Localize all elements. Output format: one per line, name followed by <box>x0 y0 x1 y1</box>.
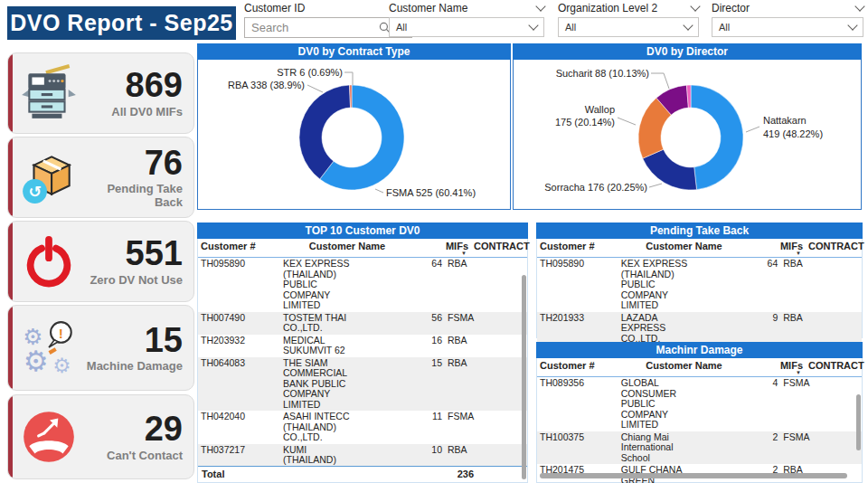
customer-id: TH095890 <box>198 258 280 312</box>
donut-slice-nattakarn[interactable] <box>691 85 743 190</box>
dropdown-value: All <box>565 22 576 33</box>
column-header-customer-[interactable]: Customer # <box>198 239 259 258</box>
kpi-label: Machine Damage <box>82 359 183 373</box>
copier-icon <box>15 63 82 123</box>
table-row[interactable]: TH007490TOSTEM THAI CO.,LTD.56FSMA <box>198 312 527 335</box>
table-row[interactable]: TH042040ASAHI INTECC (THAILAND) CO.,LTD.… <box>198 411 527 444</box>
customer-name: KUMI (THAILAND) CO.,LTD. <box>280 444 363 467</box>
svg-text:⚙: ⚙ <box>24 344 49 376</box>
slice-label-sorracha: Sorracha 176 (20.25%) <box>544 182 647 193</box>
slice-label-rba: RBA 338 (38.9%) <box>228 80 305 90</box>
table-panel-machine-damage: Machinr Damage Customer #Customer NameMI… <box>536 342 863 483</box>
donut-slice-rba[interactable] <box>299 85 351 179</box>
customer-name: ASAHI INTECC (THAILAND) CO.,LTD. <box>280 411 363 444</box>
chevron-down-icon[interactable] <box>690 1 700 11</box>
horizontal-scrollbar[interactable] <box>540 473 847 478</box>
chevron-down-icon[interactable] <box>535 1 545 11</box>
kpi-card-all-dv0-mifs[interactable]: 869 All DV0 MIFs <box>7 52 194 134</box>
mifs: 10 <box>363 444 445 467</box>
table-row[interactable]: TH064083THE SIAM COMMERCIAL BANK PUBLIC … <box>198 357 527 412</box>
table-row[interactable]: TH089356GLOBAL CONSUMER PUBLIC COMPANY L… <box>537 377 862 431</box>
chevron-down-icon <box>528 20 538 30</box>
filter-organization-level-2: Organization Level 2 All <box>558 1 699 37</box>
slice-label-nattakarn-value: 419 (48.22%) <box>763 128 823 139</box>
vertical-scrollbar[interactable] <box>856 394 861 450</box>
mifs: 56 <box>363 312 445 335</box>
contract: RBA <box>780 312 862 346</box>
customer-name-dropdown[interactable]: All <box>389 17 544 37</box>
sort-descending-icon: ▼ <box>772 371 803 375</box>
customer-name: LAZADA EXPRESS CO.,LTD. <box>618 312 700 346</box>
column-header-contract[interactable]: CONTRACT <box>471 239 527 258</box>
table-title: Machinr Damage <box>536 342 863 358</box>
contract: FSMA <box>445 312 527 335</box>
kpi-label: Zero DV Not Use <box>82 273 183 287</box>
sort-descending-icon: ▼ <box>438 251 468 256</box>
table-row[interactable]: TH095890KEX EXPRESS (THAILAND) PUBLIC CO… <box>198 258 527 312</box>
customer-id: TH064083 <box>198 357 280 412</box>
chart-title: DV0 by Contract Type <box>197 43 511 60</box>
column-header-customer-name[interactable]: Customer Name <box>599 239 769 258</box>
mifs: 4 <box>700 377 781 431</box>
kpi-value: 551 <box>82 236 183 272</box>
org-level2-dropdown[interactable]: All <box>558 17 699 37</box>
donut-slice-sorracha[interactable] <box>643 149 697 190</box>
contract: RBA <box>780 258 862 312</box>
column-header-customer-[interactable]: Customer # <box>537 239 599 258</box>
column-header-mifs[interactable]: MIFs▼ <box>769 239 806 258</box>
kpi-card-pending-take-back[interactable]: ↺ 76 Pending Take Back <box>7 137 194 218</box>
customer-id-search-box[interactable] <box>244 17 412 38</box>
table-row[interactable]: TH100375Chiang Mai International School2… <box>537 431 862 465</box>
table-row[interactable]: TH095890KEX EXPRESS (THAILAND) PUBLIC CO… <box>537 258 862 312</box>
chart-title: DV0 by Director <box>513 43 862 60</box>
kpi-value: 15 <box>82 323 183 359</box>
kpi-value: 29 <box>82 412 183 448</box>
customer-name: KEX EXPRESS (THAILAND) PUBLIC COMPANY LI… <box>618 258 700 312</box>
customer-id: TH203932 <box>198 335 280 357</box>
filter-director-label: Director <box>712 2 750 14</box>
kpi-card-zero-dv-not-use[interactable]: 551 Zero DV Not Use <box>7 221 194 302</box>
chart-panel-director: DV0 by Director Sucharit 88 (10.13%) Wal… <box>513 43 862 211</box>
chevron-down-icon[interactable] <box>854 1 864 11</box>
kpi-card-cant-contact[interactable]: 29 Can't Contact <box>7 394 194 479</box>
chevron-down-icon <box>683 20 693 30</box>
director-dropdown[interactable]: All <box>712 17 863 37</box>
kpi-card-machine-damage[interactable]: ⚙ ⚙ ⚙ ! 15 Machine Damage <box>7 305 194 391</box>
contract: FSMA <box>445 411 527 444</box>
customer-id: TH042040 <box>198 411 280 444</box>
mifs: 9 <box>700 312 781 346</box>
table-row[interactable]: TH201933LAZADA EXPRESS CO.,LTD.9RBA <box>537 312 862 346</box>
column-header-contract[interactable]: CONTRACT <box>806 358 862 377</box>
customer-name: THE SIAM COMMERCIAL BANK PUBLIC COMPANY … <box>280 357 363 412</box>
slice-label-str: STR 6 (0.69%) <box>277 67 343 78</box>
slice-label-sucharit: Sucharit 88 (10.13%) <box>556 68 649 79</box>
column-header-customer-name[interactable]: Customer Name <box>259 239 435 258</box>
dashboard: DVO Report - Sep25 Customer ID Customer … <box>0 0 868 483</box>
table-panel-pending-take-back: Pending Take Back Customer #Customer Nam… <box>536 223 863 338</box>
table-title: Pending Take Back <box>536 223 863 239</box>
svg-text:↺: ↺ <box>28 183 42 201</box>
total-value: 236 <box>458 469 474 479</box>
column-header-mifs[interactable]: MIFs▼ <box>769 358 806 377</box>
customer-id: TH089356 <box>537 377 618 431</box>
mifs: 64 <box>363 258 445 312</box>
box-return-icon: ↺ <box>15 147 82 207</box>
table-row[interactable]: TH037217KUMI (THAILAND) CO.,LTD.10RBA <box>198 444 527 467</box>
filter-customer-id: Customer ID <box>244 1 412 38</box>
customer-name: Chiang Mai International School <box>618 431 700 465</box>
customer-name: TOSTEM THAI CO.,LTD. <box>280 312 363 335</box>
column-header-customer-[interactable]: Customer # <box>537 358 599 377</box>
customer-id: TH037217 <box>198 444 280 467</box>
customer-name: MEDICAL SUKUMVIT 62 <box>280 335 363 357</box>
column-header-mifs[interactable]: MIFs▼ <box>435 239 471 258</box>
slice-label-fsma: FSMA 525 (60.41%) <box>386 187 476 198</box>
vertical-scrollbar[interactable] <box>522 275 526 479</box>
search-input[interactable] <box>250 20 379 35</box>
column-header-customer-name[interactable]: Customer Name <box>599 358 769 377</box>
mifs: 11 <box>363 411 445 444</box>
column-header-contract[interactable]: CONTRACT <box>806 239 862 258</box>
slice-label-nattakarn-name: Nattakarn <box>763 115 807 126</box>
table-row[interactable]: TH203932MEDICAL SUKUMVIT 6216RBA <box>198 335 527 357</box>
mifs: 15 <box>363 357 445 412</box>
contract: RBA <box>445 335 527 357</box>
